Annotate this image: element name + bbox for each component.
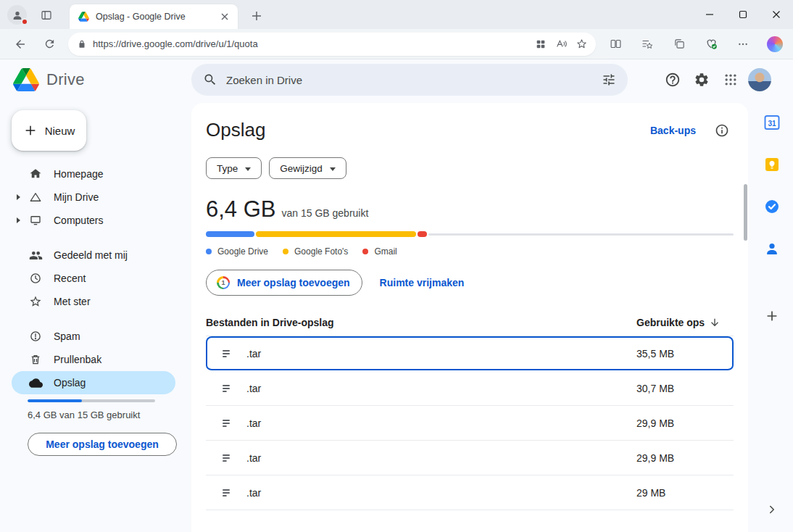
sidebar-item-my-drive[interactable]: Mijn Drive <box>12 186 175 209</box>
filter-modified-chip[interactable]: Gewijzigd <box>269 157 346 179</box>
search-input[interactable] <box>226 74 593 86</box>
google-apps-button[interactable] <box>716 65 745 94</box>
apps-button[interactable] <box>531 34 551 54</box>
sidebar-buy-storage-button[interactable]: Meer opslag toevoegen <box>28 433 177 456</box>
scrollbar-thumb[interactable] <box>744 184 747 241</box>
expand-chevron-icon[interactable] <box>17 217 20 223</box>
tab-strip: Opslag - Google Drive <box>0 0 793 29</box>
close-icon <box>772 10 781 19</box>
filter-type-chip[interactable]: Type <box>206 157 262 179</box>
file-name: .tar <box>246 487 261 499</box>
settings-button[interactable] <box>687 65 716 94</box>
sidebar-item-homepage[interactable]: Homepage <box>12 162 175 186</box>
home-icon <box>28 167 43 180</box>
add-panel-app-button[interactable] <box>763 307 781 325</box>
refresh-button[interactable] <box>38 33 61 56</box>
back-button[interactable] <box>9 33 32 56</box>
address-bar[interactable]: https://drive.google.com/drive/u/1/quota <box>68 33 596 56</box>
new-tab-button[interactable] <box>248 7 265 25</box>
sidebar-item-trash[interactable]: Prullenbak <box>12 348 175 371</box>
toolbar-right-icons <box>603 33 787 56</box>
file-size: 30,7 MB <box>625 383 734 394</box>
favorites-button[interactable] <box>635 33 660 56</box>
drive-wordmark: Drive <box>46 70 85 89</box>
copilot-icon <box>767 36 783 52</box>
sidebar-storage-summary: 6,4 GB van 15 GB gebruikt <box>28 410 186 420</box>
sidebar-item-shared-with-me[interactable]: Gedeeld met mij <box>12 244 175 267</box>
lock-icon <box>77 39 87 49</box>
table-header: Bestanden in Drive-opslag Gebruikte ops <box>206 309 734 336</box>
page-header: Opslag Back-ups <box>206 103 734 141</box>
sidebar-item-starred[interactable]: Met ster <box>12 290 175 313</box>
new-button[interactable]: Nieuw <box>12 110 86 151</box>
tab-actions-menu-button[interactable] <box>38 7 55 24</box>
legend-dot <box>206 249 212 254</box>
drive-app: Drive <box>0 59 793 532</box>
table-row[interactable]: .tar 29 MB <box>206 475 734 510</box>
nav-divider <box>0 232 186 244</box>
tasks-panel-button[interactable] <box>763 197 781 216</box>
gmail-usage-segment <box>418 231 427 237</box>
maximize-button[interactable] <box>726 0 760 29</box>
collapse-panel-button[interactable] <box>763 500 781 519</box>
browser-tab[interactable]: Opslag - Google Drive <box>70 4 238 29</box>
tasks-icon <box>763 198 781 215</box>
copilot-button[interactable] <box>763 33 787 56</box>
sidebar-item-recent[interactable]: Recent <box>12 267 175 290</box>
sidebar-item-computers[interactable]: Computers <box>12 209 175 232</box>
url-text[interactable]: https://drive.google.com/drive/u/1/quota <box>93 38 531 49</box>
filter-chips: Type Gewijzigd <box>206 157 734 179</box>
drive-search-bar[interactable] <box>191 64 628 96</box>
storage-legend: Google Drive Google Foto's Gmail <box>206 246 734 257</box>
calendar-panel-button[interactable]: 31 <box>763 113 781 132</box>
size-column-header[interactable]: Gebruikte ops <box>625 317 734 328</box>
archive-file-icon <box>206 416 246 431</box>
trash-icon <box>28 353 43 366</box>
legend-gmail: Gmail <box>362 246 396 257</box>
settings-more-button[interactable] <box>731 33 755 56</box>
minimize-button[interactable] <box>693 0 726 29</box>
drive-sidebar: Nieuw Homepage Mijn Drive Computers <box>0 100 186 532</box>
buy-storage-button[interactable]: 1 Meer opslag toevoegen <box>206 270 362 296</box>
file-name: .tar <box>246 417 261 429</box>
split-screen-button[interactable] <box>603 33 628 56</box>
page-title: Opslag <box>206 119 265 141</box>
contacts-panel-button[interactable] <box>763 239 781 258</box>
help-button[interactable] <box>658 65 687 94</box>
table-row[interactable]: .tar 35,5 MB <box>206 336 734 371</box>
vertical-tabs-icon <box>40 9 53 22</box>
drive-brand[interactable]: Drive <box>0 68 191 91</box>
browser-profile-button[interactable] <box>7 5 27 25</box>
storage-info-button[interactable] <box>715 123 729 138</box>
side-panel-rail: 31 <box>751 59 793 532</box>
expand-chevron-icon[interactable] <box>17 194 20 200</box>
tab-close-button[interactable] <box>217 9 232 24</box>
sidebar-item-spam[interactable]: Spam <box>12 325 175 348</box>
storage-actions: 1 Meer opslag toevoegen Ruimte vrijmaken <box>206 270 734 296</box>
sidebar-storage-bar <box>28 399 155 402</box>
close-window-button[interactable] <box>760 0 793 29</box>
table-row[interactable]: .tar 30,7 MB <box>206 371 734 406</box>
table-row[interactable]: .tar 29,9 MB <box>206 406 734 441</box>
back-arrow-icon <box>14 38 27 51</box>
computer-icon <box>28 214 43 227</box>
drive-logo-icon <box>13 68 39 91</box>
backups-link[interactable]: Back-ups <box>650 125 696 136</box>
apps-icon <box>535 38 547 50</box>
svg-text:31: 31 <box>768 120 776 128</box>
search-options-button[interactable] <box>602 72 616 87</box>
plus-icon <box>765 309 779 323</box>
minimize-icon <box>705 10 714 19</box>
collections-button[interactable] <box>667 33 692 56</box>
read-aloud-button[interactable] <box>551 34 571 54</box>
keep-panel-button[interactable] <box>763 155 781 174</box>
add-favorite-button[interactable] <box>571 34 591 54</box>
file-name: .tar <box>246 383 261 394</box>
browser-essentials-button[interactable] <box>699 33 723 56</box>
sidebar-item-storage[interactable]: Opslag <box>12 371 175 394</box>
drive-header: Drive <box>0 59 793 100</box>
read-aloud-icon <box>555 38 568 50</box>
archive-file-icon <box>206 451 246 465</box>
table-row[interactable]: .tar 29,9 MB <box>206 441 734 475</box>
free-up-space-button[interactable]: Ruimte vrijmaken <box>368 270 476 296</box>
